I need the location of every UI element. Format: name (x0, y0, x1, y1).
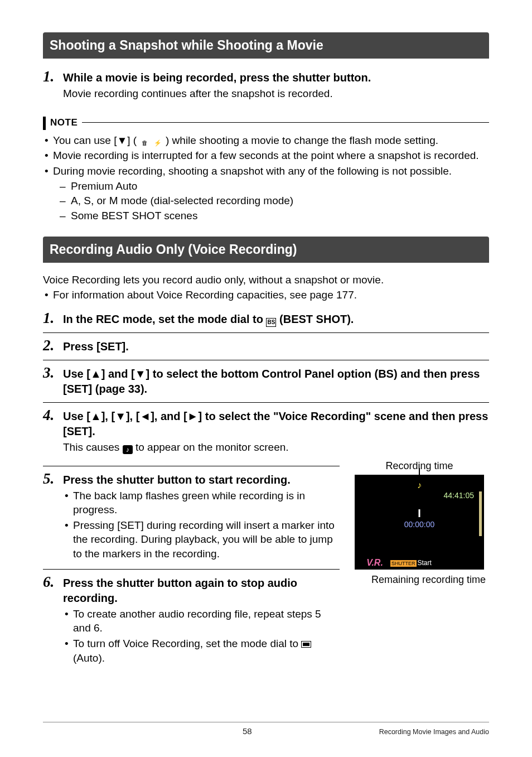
note-subitem: Some BEST SHOT scenes (60, 209, 489, 223)
down-arrow-icon: ▼ (115, 410, 126, 422)
bs-icon: BS (266, 318, 276, 327)
vr-badge: V.R. (355, 557, 388, 569)
s2-step4-text: This causes ♪ to appear on the monitor s… (63, 440, 489, 455)
note-rule (82, 122, 489, 123)
side-bar-icon (479, 491, 482, 536)
flash-icon: ⚡ (153, 138, 163, 147)
intro-text: Voice Recording lets you record audio on… (43, 273, 489, 287)
note-accent-bar (43, 117, 46, 130)
step6-bullet: To create another audio recording file, … (63, 607, 340, 635)
step-divider (43, 569, 340, 570)
up-arrow-icon: ▲ (90, 410, 101, 422)
figure-caption-bottom: Remaining recording time (350, 574, 489, 586)
voice-recording-icon: ♪ (123, 445, 133, 454)
step-number: 6. (43, 574, 63, 590)
trash-icon: 🗑 (139, 138, 149, 147)
elapsed-tick-icon (419, 509, 420, 517)
note-item: During movie recording, shooting a snaps… (43, 164, 489, 223)
footer-crumb: Recording Movie Images and Audio (379, 727, 489, 737)
s2-step1-title: In the REC mode, set the mode dial to BS… (63, 312, 489, 327)
section-heading-2: Recording Audio Only (Voice Recording) (43, 237, 489, 263)
step5-bullet: Pressing [SET] during recording will ins… (63, 518, 340, 561)
up-arrow-icon: ▲ (90, 368, 101, 380)
callout-line-icon (419, 468, 420, 476)
down-arrow-icon: ▼ (135, 368, 146, 380)
step-divider (43, 360, 489, 360)
mic-indicator-icon: ♪ (417, 479, 422, 491)
note-label: NOTE (50, 117, 78, 129)
step-number: 2. (43, 337, 63, 353)
note-item: You can use [▼] ( 🗑 ⚡ ) while shooting a… (43, 133, 489, 148)
step5-bullet: The back lamp flashes green while record… (63, 489, 340, 517)
step-divider (43, 402, 489, 403)
step1-text: Movie recording continues after the snap… (63, 86, 489, 101)
note-item: Movie recording is interrupted for a few… (43, 148, 489, 163)
step-number: 1. (43, 310, 63, 326)
step6-bullet: To turn off Voice Recording, set the mod… (63, 637, 340, 665)
step-divider (43, 332, 489, 333)
s2-step3-title: Use [▲] and [▼] to select the bottom Con… (63, 367, 489, 397)
section-heading-1: Shooting a Snapshot while Shooting a Mov… (43, 32, 489, 59)
step-number: 3. (43, 365, 63, 380)
step-number: 5. (43, 471, 63, 486)
voice-recording-screenshot: ♪ 44:41:05 00:00:00 V.R. SHUTTERStart (355, 475, 484, 570)
step-number: 1. (43, 69, 63, 84)
s2-step4-title: Use [▲], [▼], [◄], and [►] to select the… (63, 409, 489, 439)
remaining-time-readout: 44:41:05 (444, 490, 475, 501)
step-number: 4. (43, 407, 63, 423)
s2-step5-title: Press the shutter button to start record… (63, 472, 340, 488)
note-subitem: A, S, or M mode (dial-selected recording… (60, 194, 489, 208)
page-footer: 58 Recording Movie Images and Audio (43, 722, 489, 737)
shutter-start-label: SHUTTERStart (390, 558, 432, 567)
elapsed-time-readout: 00:00:00 (404, 519, 435, 530)
s2-step2-title: Press [SET]. (63, 339, 489, 354)
note-subitem: Premium Auto (60, 179, 489, 194)
note-list: You can use [▼] ( 🗑 ⚡ ) while shooting a… (43, 133, 489, 223)
step1-title: While a movie is being recorded, press t… (63, 70, 489, 85)
right-arrow-icon: ► (187, 410, 199, 422)
intro-bullet: For information about Voice Recording ca… (43, 288, 489, 302)
auto-mode-icon (301, 641, 311, 648)
page-number: 58 (243, 726, 252, 737)
left-arrow-icon: ◄ (139, 410, 151, 422)
step-divider (43, 466, 340, 466)
s2-step6-title: Press the shutter button again to stop a… (63, 576, 340, 606)
down-arrow-icon: ▼ (117, 134, 127, 146)
